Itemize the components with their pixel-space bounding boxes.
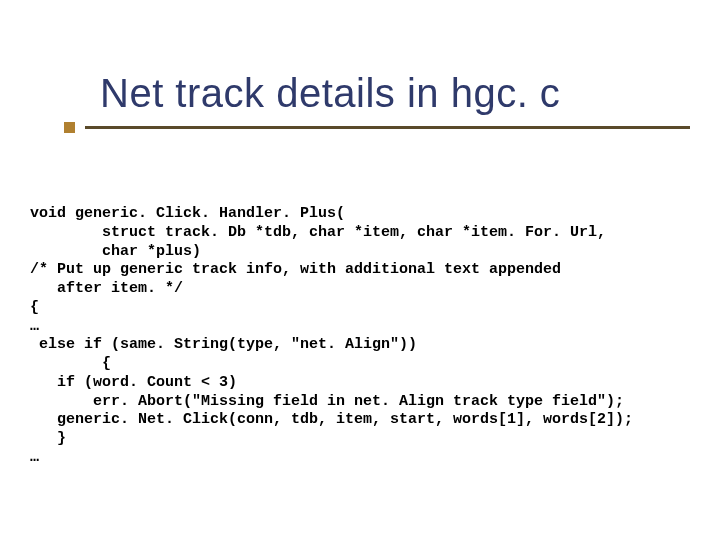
code-block: void generic. Click. Handler. Plus( stru…: [30, 205, 690, 468]
title-block: Net track details in hgc. c: [64, 70, 690, 133]
horizontal-rule: [85, 126, 690, 129]
slide-title: Net track details in hgc. c: [100, 70, 690, 116]
slide: Net track details in hgc. c void generic…: [0, 0, 720, 540]
title-rule: [64, 122, 690, 133]
square-bullet-icon: [64, 122, 75, 133]
